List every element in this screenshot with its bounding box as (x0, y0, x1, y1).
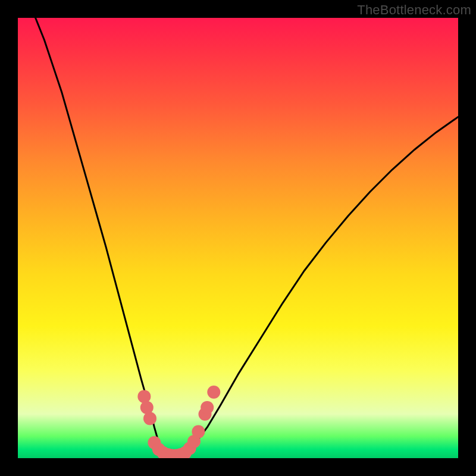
plot-area (18, 18, 458, 458)
chart-frame: TheBottleneck.com (0, 0, 476, 476)
data-marker (201, 401, 214, 414)
data-marker (207, 386, 220, 399)
data-marker (140, 401, 154, 414)
chart-svg (18, 18, 458, 458)
data-marker (143, 412, 156, 425)
data-marker (192, 425, 205, 439)
data-marker (137, 390, 151, 403)
watermark-label: TheBottleneck.com (357, 2, 471, 18)
marker-layer (137, 386, 220, 458)
curve-left-branch (36, 18, 164, 454)
curve-right-branch (185, 117, 458, 454)
curve-layer (36, 18, 458, 457)
